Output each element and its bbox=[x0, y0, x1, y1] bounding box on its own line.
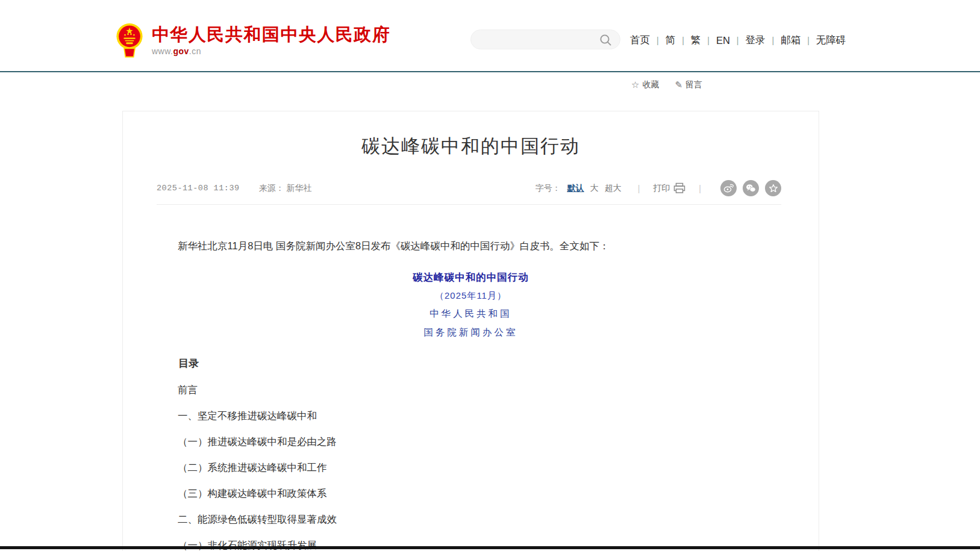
meta-separator: | bbox=[699, 184, 701, 193]
site-url: www.gov.cn bbox=[152, 46, 391, 56]
document-org-office: 国务院新闻办公室 bbox=[123, 326, 819, 339]
viewport-bottom-edge bbox=[0, 546, 980, 549]
nav-english[interactable]: EN bbox=[716, 35, 730, 46]
meta-separator: | bbox=[638, 184, 640, 193]
toc-item: 二、能源绿色低碳转型取得显著成效 bbox=[123, 513, 819, 525]
site-url-www: www. bbox=[152, 46, 173, 56]
search-box[interactable] bbox=[470, 30, 620, 49]
search-input[interactable] bbox=[481, 30, 595, 49]
nav-login[interactable]: 登录 bbox=[745, 34, 765, 47]
font-size-xlarge[interactable]: 超大 bbox=[605, 183, 622, 194]
nav-home[interactable]: 首页 bbox=[630, 34, 650, 47]
pencil-icon: ✎ bbox=[675, 79, 682, 90]
top-nav: 首页 | 简 | 繁 | EN | 登录 | 邮箱 | 无障碍 bbox=[630, 34, 846, 47]
site-header: 中华人民共和国中央人民政府 www.gov.cn 首页 | 简 | 繁 | EN… bbox=[0, 0, 980, 71]
site-title: 中华人民共和国中央人民政府 bbox=[152, 24, 391, 45]
page-title: 碳达峰碳中和的中国行动 bbox=[123, 133, 819, 160]
wechat-share-icon[interactable] bbox=[743, 180, 759, 196]
document-date: （2025年11月） bbox=[123, 290, 819, 302]
nav-mail[interactable]: 邮箱 bbox=[781, 34, 801, 47]
quick-actions: ☆ 收藏 ✎ 留言 bbox=[631, 79, 702, 90]
comment-button[interactable]: ✎ 留言 bbox=[675, 79, 702, 90]
toc-item: （二）系统推进碳达峰碳中和工作 bbox=[123, 461, 819, 473]
toc-item: （一）非化石能源实现跃升发展 bbox=[123, 539, 819, 551]
nav-separator: | bbox=[737, 36, 739, 45]
toc-title: 目录 bbox=[123, 357, 819, 370]
favorite-button[interactable]: ☆ 收藏 bbox=[631, 79, 659, 90]
share-icons bbox=[714, 180, 781, 196]
more-share-icon[interactable] bbox=[765, 180, 781, 196]
font-size-large[interactable]: 大 bbox=[590, 183, 599, 194]
source-label: 来源： bbox=[259, 183, 284, 193]
font-size-label: 字号： bbox=[535, 183, 561, 194]
printer-icon bbox=[673, 182, 685, 194]
document-org-country: 中华人民共和国 bbox=[123, 308, 819, 320]
nav-separator: | bbox=[807, 36, 810, 45]
site-url-cn: .cn bbox=[189, 46, 201, 56]
nav-separator: | bbox=[707, 36, 710, 45]
article-meta-bar: 2025-11-08 11:39 来源： 新华社 字号： 默认 大 超大 | 打… bbox=[157, 180, 781, 205]
toc-item: 一、坚定不移推进碳达峰碳中和 bbox=[123, 409, 819, 422]
site-url-gov: gov bbox=[173, 46, 189, 56]
site-logo[interactable]: 中华人民共和国中央人民政府 www.gov.cn bbox=[115, 23, 391, 58]
star-icon: ☆ bbox=[631, 79, 639, 90]
nav-simplified[interactable]: 简 bbox=[666, 34, 676, 47]
toc-item: 前言 bbox=[123, 384, 819, 396]
nav-separator: | bbox=[682, 36, 684, 45]
toc-item: （三）构建碳达峰碳中和政策体系 bbox=[123, 487, 819, 499]
document-title: 碳达峰碳中和的中国行动 bbox=[123, 271, 819, 284]
publish-date: 2025-11-08 11:39 bbox=[157, 184, 240, 193]
favorite-label: 收藏 bbox=[642, 79, 659, 90]
search-icon[interactable] bbox=[599, 34, 612, 46]
source-value: 新华社 bbox=[287, 183, 312, 193]
toc-item: （一）推进碳达峰碳中和是必由之路 bbox=[123, 435, 819, 447]
national-emblem-icon bbox=[115, 23, 144, 58]
nav-traditional[interactable]: 繁 bbox=[691, 34, 701, 47]
lead-paragraph: 新华社北京11月8日电 国务院新闻办公室8日发布《碳达峰碳中和的中国行动》白皮书… bbox=[123, 240, 819, 252]
comment-label: 留言 bbox=[685, 79, 702, 90]
article-meta-left: 2025-11-08 11:39 来源： 新华社 bbox=[157, 183, 312, 194]
print-button[interactable]: 打印 bbox=[653, 182, 685, 194]
source: 来源： 新华社 bbox=[259, 183, 312, 194]
nav-separator: | bbox=[657, 36, 659, 45]
article-card: 碳达峰碳中和的中国行动 2025-11-08 11:39 来源： 新华社 字号：… bbox=[122, 111, 819, 551]
nav-accessibility[interactable]: 无障碍 bbox=[816, 34, 846, 47]
nav-separator: | bbox=[772, 36, 774, 45]
font-size-default[interactable]: 默认 bbox=[567, 183, 584, 194]
article-meta-right: 字号： 默认 大 超大 | 打印 | bbox=[535, 180, 781, 196]
header-divider bbox=[0, 71, 980, 72]
weibo-share-icon[interactable] bbox=[720, 180, 737, 196]
print-label: 打印 bbox=[653, 183, 670, 194]
